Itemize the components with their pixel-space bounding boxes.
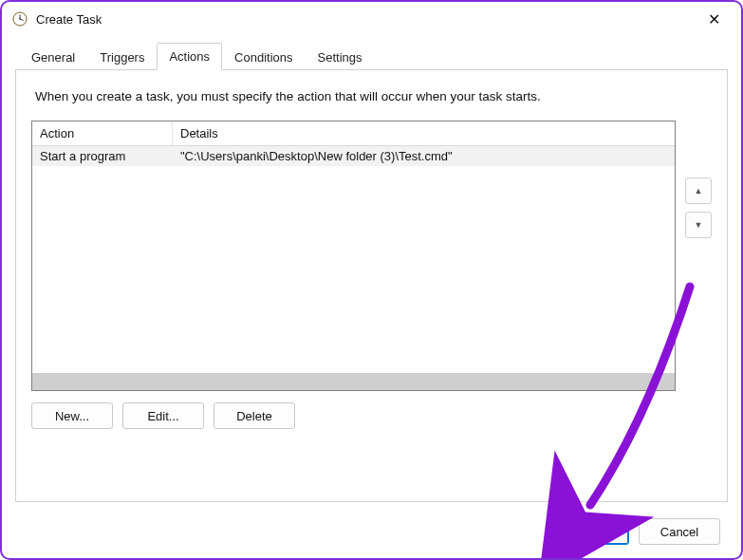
edit-button[interactable]: Edit...: [122, 402, 204, 429]
instruction-text: When you create a task, you must specify…: [35, 89, 712, 103]
dialog-footer: OK Cancel: [548, 518, 720, 545]
tab-triggers[interactable]: Triggers: [87, 44, 157, 70]
tab-actions[interactable]: Actions: [157, 43, 222, 70]
move-up-button[interactable]: ▲: [685, 177, 712, 204]
client-area: General Triggers Actions Conditions Sett…: [2, 36, 741, 558]
actions-list-area: Action Details Start a program "C:\Users…: [31, 121, 712, 391]
clock-icon: [11, 10, 28, 28]
actions-tabpage: When you create a task, you must specify…: [15, 70, 728, 502]
title-bar: Create Task ✕: [2, 2, 741, 36]
reorder-buttons: ▲ ▼: [685, 121, 712, 238]
cancel-button[interactable]: Cancel: [639, 518, 720, 545]
action-buttons-row: New... Edit... Delete: [31, 402, 712, 429]
listview-header: Action Details: [32, 121, 675, 146]
window-title: Create Task: [36, 12, 692, 27]
delete-button[interactable]: Delete: [214, 402, 295, 429]
column-action[interactable]: Action: [32, 121, 173, 145]
chevron-down-icon: ▼: [695, 220, 703, 230]
column-details[interactable]: Details: [173, 121, 675, 145]
tab-conditions[interactable]: Conditions: [222, 44, 305, 70]
tab-settings[interactable]: Settings: [306, 44, 375, 70]
window-frame: Create Task ✕ General Triggers Actions C…: [0, 0, 743, 560]
actions-listview[interactable]: Action Details Start a program "C:\Users…: [31, 121, 676, 391]
cell-action: Start a program: [32, 146, 173, 166]
tab-strip: General Triggers Actions Conditions Sett…: [15, 42, 728, 70]
svg-point-3: [19, 18, 21, 20]
listview-body: Start a program "C:\Users\panki\Desktop\…: [32, 146, 675, 373]
ok-button[interactable]: OK: [548, 518, 629, 545]
cell-details: "C:\Users\panki\Desktop\New folder (3)\T…: [173, 146, 675, 166]
chevron-up-icon: ▲: [695, 186, 703, 196]
horizontal-scrollbar[interactable]: [32, 373, 675, 390]
move-down-button[interactable]: ▼: [685, 212, 712, 238]
table-row[interactable]: Start a program "C:\Users\panki\Desktop\…: [32, 146, 675, 166]
close-icon: ✕: [708, 10, 720, 28]
close-button[interactable]: ✕: [692, 5, 735, 33]
tab-general[interactable]: General: [19, 44, 87, 70]
new-button[interactable]: New...: [31, 402, 113, 429]
